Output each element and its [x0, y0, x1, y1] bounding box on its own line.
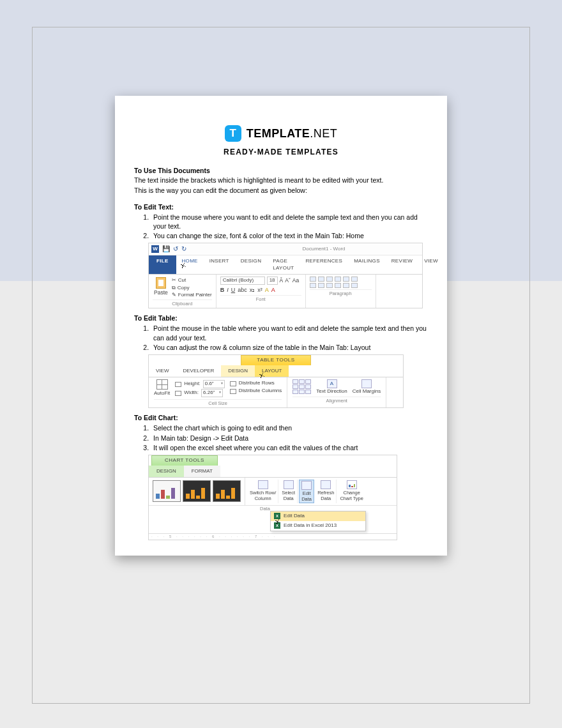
- tab-table-design[interactable]: DESIGN: [221, 365, 255, 377]
- copy-label: Copy: [178, 284, 190, 291]
- select-data-icon: [284, 480, 294, 489]
- table-tools-screenshot: TABLE TOOLS VIEW DEVELOPER DESIGN LAYOUT…: [148, 354, 404, 408]
- grow-font-icon[interactable]: Â: [280, 277, 284, 284]
- tab-page-layout[interactable]: PAGE LAYOUT: [267, 255, 300, 275]
- bold-button[interactable]: B: [220, 286, 225, 294]
- decrease-indent-icon[interactable]: [335, 277, 341, 282]
- refresh-data-button[interactable]: Refresh Data: [315, 480, 337, 503]
- tab-references[interactable]: REFERENCES: [300, 255, 348, 275]
- tab-developer[interactable]: DEVELOPER: [176, 365, 221, 377]
- brush-icon: ✎: [172, 291, 176, 298]
- autofit-button[interactable]: AutoFit: [154, 379, 170, 398]
- select-data-button[interactable]: Select Data: [280, 480, 298, 503]
- cell-margins-button[interactable]: Cell Margins: [353, 379, 381, 395]
- bullets-icon[interactable]: [310, 277, 316, 282]
- format-painter-button[interactable]: ✎Format Painter: [172, 291, 212, 298]
- edit-data-excel-menu-item[interactable]: XEdit Data in Excel 2013: [271, 521, 365, 531]
- word-ribbon-screenshot: W 💾 ↺ ↻ Document1 - Word FILE HOME INSER…: [148, 243, 423, 308]
- paste-button[interactable]: Paste: [153, 277, 169, 297]
- tab-insert[interactable]: INSERT: [204, 255, 235, 275]
- text-direction-button[interactable]: A Text Direction: [316, 379, 347, 395]
- brand-logo-icon: T: [225, 125, 241, 142]
- change-chart-type-button[interactable]: Change Chart Type: [338, 480, 365, 503]
- distribute-rows-button[interactable]: Distribute Rows: [230, 380, 282, 387]
- tab-view[interactable]: VIEW: [149, 365, 176, 377]
- align-center-icon[interactable]: [318, 283, 324, 288]
- alignment-grid[interactable]: [292, 379, 311, 394]
- clipboard-group-label: Clipboard: [153, 300, 212, 307]
- tab-file[interactable]: FILE: [149, 255, 176, 275]
- sort-icon[interactable]: [351, 277, 358, 282]
- shrink-font-icon[interactable]: Aˇ: [285, 277, 291, 284]
- copy-button[interactable]: ⧉Copy: [172, 284, 212, 291]
- strike-button[interactable]: abc: [238, 286, 247, 294]
- edit-table-list: Point the mouse in the table where you w…: [151, 324, 428, 352]
- undo-icon[interactable]: ↺: [173, 245, 178, 254]
- superscript-button[interactable]: x²: [257, 286, 262, 294]
- brand-name-main: TEMPLATE: [247, 127, 310, 140]
- chart-style-thumb[interactable]: [213, 480, 241, 502]
- tab-mailings[interactable]: MAILINGS: [348, 255, 386, 275]
- switch-icon: [258, 480, 268, 489]
- increase-indent-icon[interactable]: [343, 277, 349, 282]
- change-case-icon[interactable]: Aa: [292, 277, 299, 284]
- copy-icon: ⧉: [172, 284, 176, 291]
- width-input[interactable]: 6.26": [201, 389, 223, 397]
- tab-chart-design[interactable]: DESIGN: [149, 466, 184, 478]
- intro-line-2: This is the way you can edit the documen…: [134, 186, 428, 195]
- edit-data-dropdown: XEdit Data XEdit Data in Excel 2013: [270, 511, 366, 531]
- tab-design[interactable]: DESIGN: [235, 255, 267, 275]
- cut-button[interactable]: ✂Cut: [172, 277, 212, 284]
- redo-icon[interactable]: ↻: [181, 245, 186, 254]
- edit-chart-heading: To Edit Chart:: [134, 413, 428, 422]
- autofit-label: AutoFit: [154, 390, 170, 397]
- autofit-group: AutoFit Height:0.6" Width:6.26" Distribu…: [149, 377, 287, 407]
- clipboard-group: Paste ✂Cut ⧉Copy ✎Format Painter Clipboa…: [149, 275, 216, 308]
- edit-text-heading: To Edit Text:: [134, 202, 428, 211]
- text-highlight-button[interactable]: A: [265, 286, 269, 294]
- font-name-select[interactable]: Calibri (Body): [220, 277, 265, 285]
- edit-text-list: Point the mouse where you want to edit a…: [151, 213, 428, 241]
- chart-style-gallery[interactable]: [149, 478, 245, 505]
- shading-icon[interactable]: [351, 283, 358, 288]
- autofit-icon: [156, 379, 168, 390]
- height-input[interactable]: 0.6": [203, 380, 225, 388]
- align-right-icon[interactable]: [326, 283, 333, 288]
- quick-access-toolbar: W 💾 ↺ ↻ Document1 - Word: [149, 243, 422, 255]
- distribute-columns-icon: [230, 389, 236, 394]
- change-chart-type-label: Change Chart Type: [340, 490, 363, 501]
- switch-row-column-button[interactable]: Switch Row/ Column: [248, 480, 278, 503]
- tab-view[interactable]: VIEW: [418, 255, 444, 275]
- underline-button[interactable]: U: [231, 286, 236, 294]
- distribute-columns-label: Distribute Columns: [239, 388, 282, 395]
- cell-margins-icon: [361, 379, 372, 388]
- cut-label: Cut: [178, 277, 186, 284]
- list-item: You can change the size, font & color of…: [151, 231, 428, 240]
- chart-style-thumb[interactable]: [153, 480, 181, 502]
- italic-button[interactable]: I: [227, 286, 229, 294]
- line-spacing-icon[interactable]: [343, 283, 349, 288]
- justify-icon[interactable]: [335, 283, 341, 288]
- width-label: Width:: [184, 390, 199, 397]
- edit-data-menu-item[interactable]: XEdit Data: [271, 512, 365, 521]
- font-size-select[interactable]: 18: [267, 277, 278, 285]
- multilevel-icon[interactable]: [326, 277, 333, 282]
- font-color-button[interactable]: A: [271, 286, 275, 294]
- height-label: Height:: [184, 381, 200, 388]
- scissors-icon: ✂: [172, 277, 176, 284]
- tab-review[interactable]: REVIEW: [386, 255, 418, 275]
- save-icon[interactable]: 💾: [162, 245, 170, 254]
- tab-table-layout[interactable]: LAYOUT: [255, 365, 289, 377]
- subscript-button[interactable]: x₂: [250, 286, 255, 294]
- table-tools-badge: TABLE TOOLS: [241, 355, 310, 365]
- chart-tools-badge: CHART TOOLS: [151, 455, 218, 466]
- chart-tools-screenshot: CHART TOOLS DESIGN FORMAT Switch Row/ Co…: [148, 455, 397, 540]
- align-left-icon[interactable]: [310, 283, 316, 288]
- tab-home[interactable]: HOME: [176, 255, 204, 275]
- numbering-icon[interactable]: [318, 277, 324, 282]
- alignment-group: A Text Direction Cell Margins Alignment: [287, 377, 386, 407]
- distribute-columns-button[interactable]: Distribute Columns: [230, 388, 282, 395]
- chart-style-thumb[interactable]: [183, 480, 211, 502]
- edit-data-button[interactable]: Edit Data: [299, 480, 314, 503]
- tab-chart-format[interactable]: FORMAT: [184, 466, 220, 478]
